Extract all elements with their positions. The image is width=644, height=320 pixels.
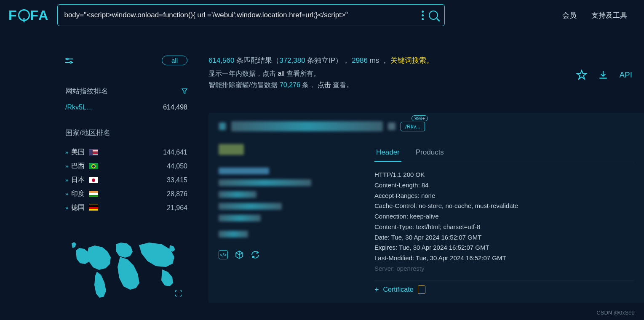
chevron-icon: » [65, 149, 67, 155]
country-name: 日本 [71, 176, 85, 184]
header-line: Expires: Tue, 30 Apr 2024 16:52:07 GMT [374, 243, 634, 253]
country-name: 德国 [71, 203, 85, 212]
country-row[interactable]: »美国144,641 [65, 145, 187, 159]
meta-6 [219, 215, 261, 221]
chevron-icon: » [65, 177, 67, 183]
header-line: Last-Modified: Tue, 30 Apr 2024 16:52:07… [374, 253, 634, 264]
country-count: 33,415 [167, 176, 187, 184]
country-row[interactable]: »印度28,876 [65, 187, 187, 201]
flag-icon [89, 191, 98, 197]
tab-products[interactable]: Products [414, 144, 446, 162]
result-url[interactable] [231, 121, 383, 131]
all-link[interactable]: all [278, 70, 284, 77]
country-count: 144,641 [163, 149, 187, 156]
funnel-icon[interactable] [182, 88, 187, 94]
meta-5 [219, 203, 282, 210]
l3post: 查看。 [333, 81, 353, 88]
country-count: 28,876 [167, 190, 187, 198]
settings-icon[interactable] [65, 58, 73, 64]
country-name: 美国 [71, 148, 85, 157]
fp-row[interactable]: /Rkv5L... 614,498 [65, 104, 187, 111]
header-line: Date: Tue, 30 Apr 2024 16:52:07 GMT [374, 232, 634, 243]
keyword-search-link[interactable]: 关键词搜索。 [390, 56, 433, 64]
meta-1 [219, 144, 244, 155]
flag-icon [89, 205, 98, 211]
country-row[interactable]: »日本33,415 [65, 173, 187, 187]
honeypot-count: 70,276 [280, 81, 300, 88]
l3pre: 智能排除蜜罐/仿冒数据 [208, 81, 280, 88]
country-row[interactable]: »巴西44,050 [65, 159, 187, 173]
tab-header[interactable]: Header [374, 144, 401, 162]
country-row[interactable]: »德国21,964 [65, 201, 187, 215]
header-line: Content-Type: text/html; charset=utf-8 [374, 222, 634, 232]
unique-ip-suffix: 条独立IP）， [307, 56, 350, 64]
click-link[interactable]: 点击 [318, 81, 333, 88]
search-bar [57, 4, 445, 26]
api-link[interactable]: API [619, 70, 632, 80]
copy-icon[interactable] [388, 123, 395, 130]
logo[interactable]: FFA [8, 8, 49, 23]
tabs: Header Products [374, 144, 634, 162]
l2post: 查看所有。 [284, 70, 320, 77]
cube-icon[interactable] [235, 250, 244, 259]
stats-line: 614,560 条匹配结果（372,380 条独立IP）， 2986 ms ， … [208, 56, 644, 65]
country-name: 巴西 [71, 162, 85, 171]
nav-support[interactable]: 支持及工具 [591, 11, 627, 20]
rkv-badge[interactable]: /Rkv... 999+ [401, 122, 425, 131]
watermark: CSDN @0xSecl [596, 309, 636, 316]
sub-stats-2: 智能排除蜜罐/仿冒数据 70,276 条， 点击 查看。 [208, 81, 644, 90]
code-icon[interactable]: </> [219, 250, 228, 259]
header-line: HTTP/1.1 200 OK [374, 170, 634, 180]
header-line: Accept-Ranges: none [374, 191, 634, 201]
certificate-icon [418, 285, 425, 294]
fp-section-title: 网站指纹排名 [65, 86, 187, 96]
certificate-row[interactable]: + Certificate [374, 280, 634, 294]
chevron-icon: » [65, 205, 67, 211]
result-favicon [219, 123, 226, 130]
country-section-title: 国家/地区排名 [65, 128, 187, 138]
certificate-label: Certificate [383, 286, 414, 293]
total-count: 614,560 [208, 56, 234, 64]
country-name: 印度 [71, 189, 85, 198]
flag-icon [89, 149, 98, 155]
options-icon[interactable] [422, 11, 424, 20]
action-icons: API [576, 69, 632, 80]
country-count: 44,050 [167, 163, 187, 170]
plus-icon: + [374, 285, 379, 294]
meta-2[interactable] [219, 168, 269, 174]
svg-point-3 [70, 61, 72, 63]
world-map[interactable]: ⛶ [65, 232, 183, 299]
flag-icon [89, 163, 98, 169]
search-input[interactable] [64, 11, 417, 19]
chevron-icon: » [65, 191, 67, 197]
expand-icon[interactable]: ⛶ [175, 289, 182, 298]
search-icon[interactable] [429, 11, 438, 20]
chevron-icon: » [65, 163, 67, 169]
l2pre: 显示一年内数据，点击 [208, 70, 278, 77]
badge-999: 999+ [412, 115, 428, 121]
fp-count: 614,498 [163, 104, 187, 111]
result-left: </> [219, 144, 358, 294]
main: all 网站指纹排名 /Rkv5L... 614,498 国家/地区排名 »美国… [0, 30, 644, 303]
result-body: </> Header Products HTTP/1.1 200 OKConte… [219, 144, 634, 294]
header: FFA 会员 支持及工具 [0, 0, 644, 30]
fp-name: /Rkv5L... [65, 104, 92, 111]
meta-4 [219, 191, 257, 198]
map-svg [65, 232, 183, 299]
star-icon[interactable] [576, 69, 587, 80]
sidebar: all 网站指纹排名 /Rkv5L... 614,498 国家/地区排名 »美国… [65, 56, 187, 303]
all-badge[interactable]: all [162, 56, 187, 65]
header-line: Cache-Control: no-store, no-cache, must-… [374, 201, 634, 211]
country-list: »美国144,641»巴西44,050»日本33,415»印度28,876»德国… [65, 145, 187, 215]
download-icon[interactable] [598, 69, 609, 80]
total-suffix: 条匹配结果（ [236, 56, 279, 64]
rkv-label: /Rkv... [405, 123, 420, 130]
header-line: Server: openresty [374, 264, 634, 274]
l3mid: 条， [300, 81, 318, 88]
result-header: /Rkv... 999+ [219, 121, 634, 131]
nav-member[interactable]: 会员 [562, 11, 577, 20]
refresh-icon[interactable] [251, 250, 260, 259]
country-count: 21,964 [167, 204, 187, 212]
result-tools: </> [219, 250, 358, 259]
ms-count: 2986 [352, 56, 368, 64]
